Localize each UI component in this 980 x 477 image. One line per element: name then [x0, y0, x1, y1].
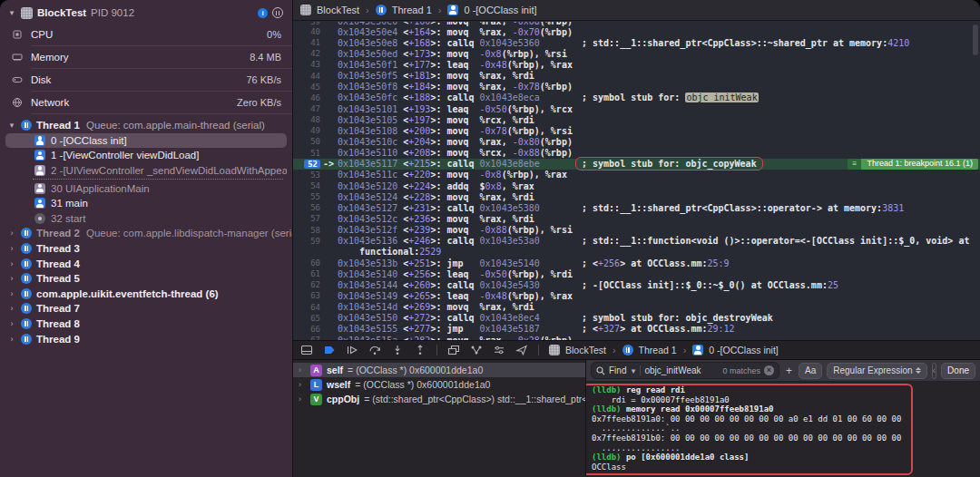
chevron-right-icon[interactable]: ›	[7, 229, 16, 238]
line-number[interactable]: 43	[293, 60, 320, 69]
thread-row[interactable]: ›Thread 7	[0, 301, 292, 316]
line-number[interactable]: 62	[293, 280, 320, 289]
asm-line[interactable]: 580x1043e512f <+239>: movq -0x88(%rbp), …	[293, 225, 980, 236]
asm-line[interactable]: 670x1043e515a <+282>: movq %rax, -0x28(%…	[293, 335, 980, 340]
line-number[interactable]: 57	[293, 214, 320, 223]
info-icon[interactable]: i	[258, 8, 268, 18]
breadcrumb-item[interactable]: 0 -[OCClass init]	[709, 345, 778, 355]
line-number[interactable]: 46	[293, 93, 320, 102]
thread-row[interactable]: ▾Thread 1Queue: com.apple.main-thread (s…	[0, 118, 292, 133]
asm-line[interactable]: 610x1043e5140 <+256>: leaq -0x50(%rbp), …	[293, 268, 980, 279]
line-number[interactable]: 44	[293, 72, 320, 81]
add-find-criteria-button[interactable]: +	[784, 365, 794, 377]
environment-overrides-button[interactable]	[493, 345, 505, 355]
step-over-button[interactable]	[368, 345, 381, 355]
line-number[interactable]: 50	[293, 137, 320, 146]
asm-line[interactable]: 460x1043e50fc <+188>: callq 0x1043e8eca;…	[293, 92, 980, 103]
breakpoint-badge[interactable]: ≡Thread 1: breakpoint 16.1 (1)	[848, 159, 978, 170]
gauge-row-disk[interactable]: Disk76 KB/s	[0, 69, 292, 91]
chevron-right-icon[interactable]: ›	[7, 289, 16, 298]
line-number[interactable]: 48	[293, 115, 320, 124]
asm-line[interactable]: 620x1043e5144 <+260>: callq 0x1043e5430;…	[293, 279, 980, 290]
thread-row[interactable]: ›com.apple.uikit.eventfetch-thread (6)	[0, 287, 292, 302]
gauge-row-memory[interactable]: Memory8.4 MB	[0, 46, 292, 68]
search-mode-dropdown[interactable]: Regular Expression	[827, 363, 926, 379]
stack-frame-row[interactable]: 31 main	[5, 196, 287, 211]
breadcrumb-item[interactable]: BlockTest	[317, 5, 359, 15]
asm-line[interactable]: 52->0x1043e5117 <+215>: callq 0x1043e8eb…	[293, 159, 980, 170]
chevron-right-icon[interactable]: ›	[7, 244, 16, 253]
line-number[interactable]: 60	[293, 258, 320, 268]
variable-row[interactable]: ›Aself = (OCClass *) 0x600001dde1a0	[293, 363, 585, 377]
asm-line[interactable]: 500x1043e510c <+204>: movq %rax, -0x80(%…	[293, 136, 980, 147]
chevron-down-icon[interactable]: ▾	[7, 8, 16, 17]
asm-line[interactable]: 430x1043e50f1 <+177>: leaq -0x48(%rbp), …	[293, 59, 980, 70]
asm-line[interactable]: 530x1043e511c <+220>: movq -0x8(%rbp), %…	[293, 170, 980, 180]
line-number[interactable]: 42	[293, 49, 320, 58]
stack-frame-row[interactable]: 30 UIApplicationMain	[5, 180, 287, 196]
asm-line[interactable]: 640x1043e514d <+269>: movq %rax, %rdi	[293, 302, 980, 313]
asm-line[interactable]: 450x1043e50f8 <+184>: movq %rax, -0x78(%…	[293, 82, 980, 92]
variable-row[interactable]: ›VcppObj = (std::shared_ptr<CppClass>) s…	[293, 392, 585, 406]
chevron-right-icon[interactable]: ›	[7, 335, 16, 344]
asm-line[interactable]: 590x1043e5136 <+246>: callq 0x1043e53a0;…	[293, 236, 980, 247]
gauge-row-cpu[interactable]: CPU0%	[0, 24, 292, 45]
asm-line[interactable]: 600x1043e513b <+251>: jmp 0x1043e5140; <…	[293, 258, 980, 268]
breakpoints-toggle-button[interactable]	[323, 345, 336, 355]
thread-row[interactable]: ›Thread 9	[0, 331, 292, 346]
step-into-button[interactable]	[391, 345, 404, 355]
line-number[interactable]: 47	[293, 104, 320, 113]
hide-debug-area-button[interactable]	[300, 345, 313, 355]
line-number[interactable]: 56	[293, 203, 320, 212]
thread-row[interactable]: ›Thread 8	[0, 316, 292, 332]
line-number[interactable]: 61	[293, 269, 320, 278]
asm-line[interactable]: 490x1043e5108 <+200>: movq -0x78(%rbp), …	[293, 125, 980, 136]
breadcrumb-item[interactable]: Thread 1	[392, 5, 432, 15]
simulate-location-button[interactable]	[515, 345, 528, 355]
line-number[interactable]: 64	[293, 303, 320, 312]
line-number[interactable]: 45	[293, 83, 320, 92]
line-number[interactable]: 49	[293, 126, 320, 135]
line-number[interactable]: 59	[293, 237, 320, 246]
line-number[interactable]: 52	[293, 160, 320, 169]
asm-line[interactable]: 420x1043e50ed <+173>: movq -0x8(%rbp), %…	[293, 48, 980, 59]
chevron-right-icon[interactable]: ›	[7, 274, 16, 283]
stack-frame-row[interactable]: 32 start	[5, 211, 287, 227]
line-number[interactable]: 55	[293, 192, 320, 201]
pause-icon[interactable]	[272, 7, 283, 18]
stack-frame-row[interactable]: 2 -[UIViewController _sendViewDidLoadWit…	[5, 163, 287, 179]
match-case-button[interactable]: Aa	[799, 363, 822, 379]
breadcrumb-item[interactable]: Thread 1	[639, 345, 677, 355]
asm-line[interactable]: 660x1043e5155 <+277>: jmp 0x1043e5187; <…	[293, 324, 980, 335]
line-number[interactable]: 63	[293, 291, 320, 300]
line-number[interactable]: 40	[293, 27, 320, 36]
asm-line[interactable]: 630x1043e5149 <+265>: leaq -0x48(%rbp), …	[293, 290, 980, 301]
line-number[interactable]: 66	[293, 325, 320, 334]
find-field[interactable]: Find ▾ objc_initWeak 0 matches ×	[591, 362, 779, 379]
process-row[interactable]: ▾ BlockTest PID 9012 i	[0, 0, 292, 24]
gauge-row-network[interactable]: NetworkZero KB/s	[0, 92, 292, 113]
done-button[interactable]: Done	[941, 363, 975, 379]
find-scope-label[interactable]: Find	[609, 365, 626, 375]
asm-line[interactable]: 410x1043e50e8 <+168>: callq 0x1043e5360;…	[293, 37, 980, 48]
chevron-right-icon[interactable]: ›	[299, 365, 306, 375]
clear-search-icon[interactable]: ×	[764, 365, 774, 375]
line-number[interactable]: 67	[293, 336, 320, 340]
find-query[interactable]: objc_initWeak	[644, 365, 701, 375]
thread-row[interactable]: ›Thread 3	[0, 241, 292, 257]
asm-line[interactable]: 650x1043e5150 <+272>: callq 0x1043e8ec4;…	[293, 313, 980, 324]
line-number[interactable]: 65	[293, 314, 320, 323]
chevron-down-icon[interactable]: ▾	[7, 121, 16, 130]
continue-button[interactable]	[346, 345, 358, 355]
memory-graph-button[interactable]	[470, 345, 483, 355]
asm-line[interactable]: 480x1043e5105 <+197>: movq %rcx, %rdi	[293, 114, 980, 125]
line-number[interactable]: 51	[293, 149, 320, 158]
chevron-right-icon[interactable]: ›	[7, 319, 16, 328]
find-previous-button[interactable]: ‹	[933, 364, 936, 378]
stack-frame-row[interactable]: 0 -[OCClass init]	[5, 133, 287, 149]
variable-row[interactable]: ›Lwself = (OCClass *) 0x600001dde1a0	[293, 377, 585, 392]
line-number[interactable]: 54	[293, 181, 320, 190]
asm-line[interactable]: 400x1043e50e4 <+164>: movq %rax, -0x70(%…	[293, 26, 980, 37]
asm-line[interactable]: 550x1043e5124 <+228>: movq %rax, %rdi	[293, 191, 980, 202]
step-out-button[interactable]	[414, 345, 426, 355]
